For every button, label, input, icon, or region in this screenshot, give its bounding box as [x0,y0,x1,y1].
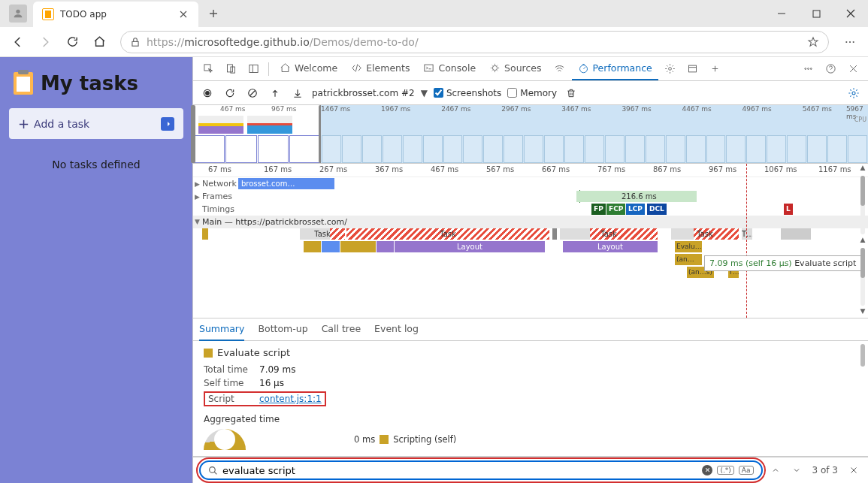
tab-bottom-up[interactable]: Bottom-up [258,318,307,341]
kebab-icon[interactable] [797,59,818,80]
favorite-icon[interactable] [807,36,819,48]
memory-checkbox[interactable]: Memory [507,88,557,98]
network-icon[interactable] [549,59,570,80]
network-track[interactable]: ▶ Network brosset.com… [193,177,868,190]
gear-icon[interactable] [660,59,681,80]
svg-point-13 [669,68,672,71]
summary-details: Evaluate script Total time7.09 ms Self t… [193,341,868,457]
tab-call-tree[interactable]: Call tree [322,318,361,341]
evaluate-script-block[interactable]: Evalu… [675,241,702,252]
layout-block[interactable]: Layout [395,241,545,252]
screenshots-checkbox[interactable]: Screenshots [434,88,501,98]
minimize-button[interactable] [764,0,799,27]
timing-fp[interactable]: FP [591,204,606,215]
anon-block[interactable]: (an… [675,254,702,265]
close-window-button[interactable] [833,0,868,27]
timing-fcp[interactable]: FCP [606,204,625,215]
reload-record-button[interactable] [222,85,238,101]
svg-point-11 [492,65,497,70]
devtools-tabs: Welcome Elements Console Sources Perform… [193,57,868,81]
home-button[interactable] [87,30,111,54]
help-icon[interactable] [820,59,841,80]
svg-rect-14 [689,65,697,72]
timing-load[interactable]: L [784,204,793,215]
script-link[interactable]: content.js:1:1 [259,394,322,404]
search-input[interactable] [222,465,697,476]
browser-tab[interactable]: TODO app [33,2,198,27]
profile-icon[interactable] [9,5,27,23]
menu-button[interactable] [838,30,862,54]
svg-rect-9 [249,65,257,73]
details-scrollbar[interactable] [857,344,865,453]
layout-block[interactable]: Layout [563,241,658,252]
task-row[interactable]: Task Task Task Task T… [202,228,868,241]
record-button[interactable] [199,85,216,101]
overview-cpu-label: CPU [854,116,866,125]
perf-settings-icon[interactable] [845,85,862,101]
tab-elements[interactable]: Elements [345,58,416,80]
add-task-submit-button[interactable] [161,117,174,131]
refresh-button[interactable] [60,30,84,54]
svg-point-5 [853,41,854,42]
search-bar: ✕ (.*) Aa 3 of 3 [193,457,868,483]
more-tabs-button[interactable] [705,59,726,80]
back-button[interactable] [6,30,30,54]
download-button[interactable] [289,85,306,101]
svg-point-17 [810,68,812,70]
frame-bar[interactable]: 216.6 ms [576,191,697,202]
devtools-close-icon[interactable] [842,59,863,80]
url-field[interactable]: https://microsoftedge.github.io/Demos/de… [120,31,829,53]
svg-point-23 [210,466,216,472]
tab-welcome[interactable]: Welcome [274,58,343,80]
search-next-button[interactable] [788,462,805,478]
svg-point-3 [845,41,847,42]
svg-rect-6 [204,65,210,71]
overview-filmstrip [321,135,868,163]
device-icon[interactable] [220,59,241,80]
timing-lcp[interactable]: LCP [626,204,645,215]
svg-point-16 [807,68,809,70]
search-regex-toggle[interactable]: (.*) [717,466,733,475]
timing-dcl[interactable]: DCL [647,204,667,215]
svg-rect-2 [132,41,138,46]
tab-console[interactable]: Console [417,58,482,80]
app-title: My tasks [14,72,183,95]
dock-icon[interactable] [243,59,264,80]
main-track-header[interactable]: ▼ Main — https://patrickbrosset.com/ [193,216,868,228]
recording-select[interactable]: patrickbrosset.com #2 [312,88,415,98]
maximize-button[interactable] [799,0,833,27]
search-case-toggle[interactable]: Aa [739,466,754,475]
flame-chart[interactable]: 67 ms 167 ms 267 ms 367 ms 467 ms 567 ms… [193,164,868,318]
svg-point-4 [849,41,851,42]
flame-scrollbar[interactable]: ▲ ▲ ▼ [857,164,868,318]
application-icon[interactable] [682,59,703,80]
app-sidebar: My tasks + Add a task No tasks defined [0,57,192,483]
forward-button[interactable] [33,30,57,54]
lock-icon [130,37,141,47]
tab-summary[interactable]: Summary [199,318,244,341]
tab-event-log[interactable]: Event log [374,318,419,341]
search-close-button[interactable] [845,462,862,478]
tab-close-icon[interactable] [177,8,189,20]
frames-track[interactable]: ▶ Frames 216.6 ms [193,190,868,203]
aggregated-time-title: Aggregated time [204,414,857,424]
perf-overview[interactable]: 467 ms 967 ms 1467 ms [193,105,868,164]
add-task-input[interactable]: + Add a task [9,108,183,139]
timings-track[interactable]: Timings FP FCP LCP DCL L [193,203,868,216]
network-bar[interactable]: brosset.com… [238,178,334,189]
search-prev-button[interactable] [767,462,784,478]
tab-performance[interactable]: Performance [572,58,658,80]
garbage-icon[interactable] [563,85,579,101]
no-tasks-message: No tasks defined [9,158,183,171]
add-task-placeholder: Add a task [34,118,89,130]
overview-handle-left[interactable] [191,105,195,163]
inspect-icon[interactable] [198,59,219,80]
clear-button[interactable] [244,85,261,101]
svg-rect-1 [813,11,820,17]
new-tab-button[interactable] [203,3,224,24]
upload-button[interactable] [267,85,283,101]
tab-sources[interactable]: Sources [483,58,547,80]
url-text: https://microsoftedge.github.io/Demos/de… [147,36,801,48]
search-clear-icon[interactable]: ✕ [702,465,712,475]
layout-row[interactable]: Layout Layout Evalu… [202,241,868,254]
